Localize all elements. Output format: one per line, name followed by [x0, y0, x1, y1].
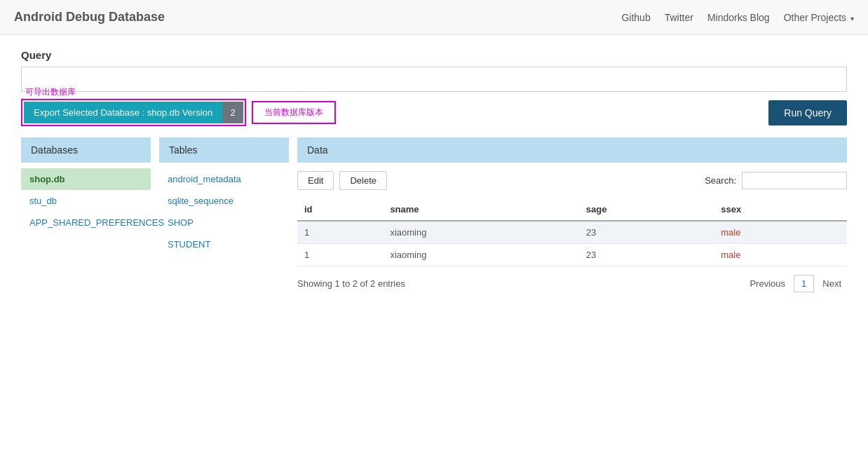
cell-sage: 23: [579, 244, 714, 266]
nav-mindorks[interactable]: Mindorks Blog: [707, 12, 770, 23]
nav-other-projects[interactable]: Other Projects ▾: [784, 12, 854, 23]
page-number[interactable]: 1: [794, 275, 814, 292]
db-item-shared-prefs[interactable]: APP_SHARED_PREFERENCES: [21, 212, 151, 233]
run-query-button[interactable]: Run Query: [768, 100, 847, 125]
navbar-links: Github Twitter Mindorks Blog Other Proje…: [621, 12, 854, 23]
query-input[interactable]: [21, 67, 847, 92]
table-item-student[interactable]: STUDENT: [159, 233, 289, 255]
pagination-controls: Previous 1 Next: [744, 275, 847, 292]
tables-column: Tables android_metadata sqlite_sequence …: [159, 137, 289, 255]
data-column: Data Edit Delete Search: id sname sage s…: [297, 137, 847, 292]
col-sname: sname: [383, 198, 578, 221]
db-item-studb[interactable]: stu_db: [21, 190, 151, 212]
table-header-row: id sname sage ssex: [297, 198, 847, 221]
next-button[interactable]: Next: [817, 276, 847, 292]
version-note-wrapper: 当前数据库版本: [252, 101, 336, 124]
search-label: Search:: [705, 175, 736, 186]
columns-layout: Databases shop.db stu_db APP_SHARED_PREF…: [21, 137, 847, 292]
col-id: id: [297, 198, 383, 221]
table-row: 1 xiaoming 23 male: [297, 221, 847, 244]
previous-button[interactable]: Previous: [744, 276, 791, 292]
table-item-android-metadata[interactable]: android_metadata: [159, 168, 289, 190]
cell-id: 1: [297, 221, 383, 244]
export-btn-wrapper: Export Selected Database : shop.db Versi…: [21, 99, 246, 126]
delete-button[interactable]: Delete: [339, 171, 387, 190]
nav-twitter[interactable]: Twitter: [665, 12, 693, 23]
db-item-shopdb[interactable]: shop.db: [21, 168, 151, 190]
databases-list: shop.db stu_db APP_SHARED_PREFERENCES: [21, 168, 151, 233]
search-input[interactable]: [742, 172, 847, 189]
table-row: 1 xiaoming 23 male: [297, 244, 847, 266]
pagination-row: Showing 1 to 2 of 2 entries Previous 1 N…: [297, 275, 847, 292]
col-sage: sage: [579, 198, 714, 221]
data-toolbar: Edit Delete Search:: [297, 171, 847, 190]
cell-sname: xiaoming: [383, 221, 578, 244]
table-item-shop[interactable]: SHOP: [159, 212, 289, 233]
navbar: Android Debug Database Github Twitter Mi…: [0, 0, 868, 35]
table-item-sqlite-sequence[interactable]: sqlite_sequence: [159, 190, 289, 212]
nav-github[interactable]: Github: [621, 12, 650, 23]
query-label: Query: [21, 49, 847, 61]
tables-list: android_metadata sqlite_sequence SHOP ST…: [159, 168, 289, 255]
cell-sage: 23: [579, 221, 714, 244]
databases-header: Databases: [21, 137, 151, 163]
app-title: Android Debug Database: [14, 10, 165, 25]
version-badge: 2: [222, 102, 243, 123]
col-ssex: ssex: [714, 198, 847, 221]
data-table: id sname sage ssex 1 xiaoming 23 male 1 …: [297, 198, 847, 266]
export-button[interactable]: Export Selected Database : shop.db Versi…: [24, 102, 222, 123]
cell-sname: xiaoming: [383, 244, 578, 266]
cell-ssex: male: [714, 244, 847, 266]
annotation-exportable: 可导出数据库: [25, 86, 76, 98]
edit-button[interactable]: Edit: [297, 171, 334, 190]
query-input-row: [21, 67, 847, 92]
main-content: Query 可导出数据库 Export Selected Database : …: [0, 35, 868, 306]
tables-header: Tables: [159, 137, 289, 163]
databases-column: Databases shop.db stu_db APP_SHARED_PREF…: [21, 137, 151, 233]
annotation-version: 当前数据库版本: [252, 101, 336, 124]
entries-text: Showing 1 to 2 of 2 entries: [297, 278, 405, 289]
data-header: Data: [297, 137, 847, 163]
cell-ssex: male: [714, 221, 847, 244]
cell-id: 1: [297, 244, 383, 266]
dropdown-arrow-icon: ▾: [850, 15, 854, 22]
